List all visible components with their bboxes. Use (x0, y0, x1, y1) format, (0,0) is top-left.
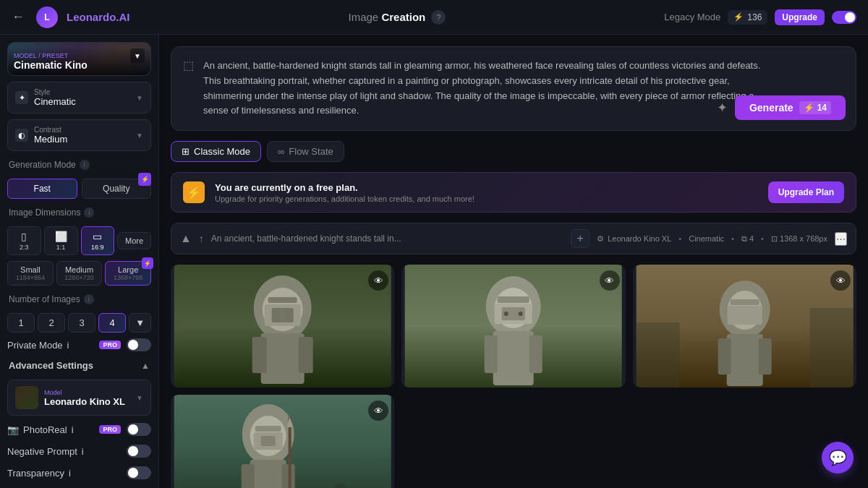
expand-gen-button[interactable]: ▲ (180, 232, 192, 245)
gen-row-dot-1: • (678, 234, 681, 243)
prompt-actions: ✦ Generate ⚡ 14 (717, 95, 846, 120)
num-1-button[interactable]: 1 (7, 313, 35, 333)
back-button[interactable]: ← (12, 9, 25, 25)
dim-2-3-button[interactable]: ▯ 2:3 (7, 226, 41, 255)
svg-rect-3 (252, 337, 267, 373)
svg-rect-27 (718, 338, 731, 374)
contrast-label: Contrast (34, 126, 67, 134)
contrast-icon: ◐ (15, 129, 28, 142)
photoreal-pro-badge: PRO (99, 425, 121, 434)
gen-row-dot-3: • (761, 234, 764, 243)
prompt-icon: ⬚ (183, 59, 194, 72)
generation-row: ▲ ↑ An ancient, battle-hardened knight s… (171, 223, 856, 254)
svg-rect-36 (250, 460, 286, 488)
contrast-chevron-icon: ▼ (136, 132, 143, 140)
photoreal-label-group: 📷 PhotoReal i (7, 424, 74, 435)
svg-rect-37 (242, 464, 255, 488)
page-title: Image Creation (349, 11, 426, 23)
dim-more-button[interactable]: More (117, 232, 151, 249)
legacy-mode-toggle[interactable] (832, 11, 856, 24)
dim-16-9-icon: ▭ (85, 231, 111, 242)
svg-rect-17 (498, 296, 529, 303)
topnav-right: Legacy Mode ⚡ 136 Upgrade (664, 9, 856, 25)
size-small-button[interactable]: Small 1184×864 (7, 261, 54, 286)
gen-add-button[interactable]: + (571, 229, 590, 248)
dim-16-9-button[interactable]: ▭ 16:9 (81, 226, 115, 255)
model-chevron-icon: ▼ (136, 394, 143, 402)
negative-prompt-info-icon: i (82, 446, 84, 457)
svg-rect-28 (758, 338, 771, 374)
negative-prompt-toggle[interactable] (127, 445, 151, 458)
help-icon[interactable]: ? (431, 10, 446, 25)
classic-mode-tab[interactable]: ⊞ Classic Mode (171, 141, 261, 162)
num-more-button[interactable]: ▼ (129, 313, 151, 333)
size-large-button[interactable]: Large 1368×768 ⚡ (105, 261, 151, 286)
private-mode-info-icon: i (67, 340, 69, 351)
model-selector[interactable]: Model Leonardo Kino XL ▼ (7, 380, 151, 416)
gen-upload-button[interactable]: ↑ (199, 233, 204, 244)
image-cell-1[interactable]: 👁 (171, 265, 394, 388)
num-4-button[interactable]: 4 (98, 313, 126, 333)
svg-rect-31 (727, 306, 762, 325)
classic-mode-icon: ⊞ (182, 146, 190, 157)
mode-tabs: ⊞ Classic Mode ∞ Flow State (171, 141, 856, 162)
fast-mode-button[interactable]: Fast (7, 179, 77, 199)
gen-row-model: ⚙ Leonardo Kino XL (597, 234, 671, 244)
chat-fab-button[interactable]: 💬 (822, 442, 854, 474)
num-2-button[interactable]: 2 (38, 313, 65, 333)
warning-icon: ⚡ (183, 181, 205, 203)
photoreal-toggle[interactable] (127, 423, 151, 436)
enhance-prompt-button[interactable]: ✦ (717, 100, 728, 116)
contrast-selector[interactable]: ◐ Contrast Medium ▼ (7, 119, 151, 151)
svg-rect-23 (636, 322, 679, 388)
size-icon: ⊡ (771, 234, 778, 244)
transparency-toggle[interactable] (127, 466, 151, 479)
advanced-chevron-icon: ▲ (141, 361, 150, 371)
image-cell-4[interactable]: 👁 (171, 395, 394, 488)
negative-prompt-label-group: Negative Prompt i (7, 446, 84, 457)
svg-rect-42 (255, 426, 281, 432)
style-selector[interactable]: ✦ Style Cinematic ▼ (7, 82, 151, 114)
generate-credit-badge: ⚡ 14 (799, 101, 831, 114)
gen-row-prompt: An ancient, battle-hardened knight stand… (211, 234, 563, 244)
dim-1-1-icon: ⬜ (48, 231, 75, 242)
banner-text: You are currently on a free plan. Upgrad… (215, 182, 758, 203)
advanced-settings-header[interactable]: Advanced Settings ▲ (7, 357, 151, 374)
model-name: Leonardo Kino XL (44, 396, 130, 407)
image-dimensions-info-icon: i (84, 207, 94, 218)
private-mode-toggle[interactable] (127, 338, 151, 351)
private-mode-label: Private Mode (7, 340, 63, 351)
dim-1-1-button[interactable]: ⬜ 1:1 (44, 226, 78, 255)
preset-card[interactable]: Model / Preset Cinematic Kino ▼ (7, 42, 151, 76)
upgrade-plan-button[interactable]: Upgrade Plan (768, 181, 844, 203)
size-buttons: Small 1184×864 Medium 1280×720 Large 136… (7, 261, 151, 286)
flow-state-tab[interactable]: ∞ Flow State (267, 141, 344, 162)
flow-state-icon: ∞ (278, 146, 284, 157)
private-pro-badge: PRO (99, 341, 121, 349)
negative-prompt-row: Negative Prompt i (7, 443, 151, 459)
gen-row-count: ⧉ 4 (741, 234, 754, 244)
main-content: ⬚ An ancient, battle-hardened knight sta… (159, 35, 868, 488)
num-3-button[interactable]: 3 (68, 313, 95, 333)
image-dimensions-header: Image Dimensions i (7, 205, 151, 221)
image-3-view-button[interactable]: 👁 (830, 270, 851, 291)
image-cell-3[interactable]: 👁 (633, 265, 856, 388)
private-mode-row: Private Mode i PRO (7, 338, 151, 351)
avatar: L (36, 7, 58, 28)
generate-button[interactable]: Generate ⚡ 14 (735, 95, 846, 120)
model-thumbnail (15, 386, 38, 409)
num-images-row: 1 2 3 4 ▼ (7, 313, 151, 333)
svg-rect-14 (485, 335, 498, 373)
gen-row-dot-2: • (731, 234, 734, 243)
transparency-info-icon: i (69, 468, 71, 479)
svg-rect-4 (299, 337, 313, 373)
upgrade-header-button[interactable]: Upgrade (775, 9, 825, 25)
gen-row-more-button[interactable]: ⋯ (835, 232, 847, 246)
image-cell-2[interactable]: 👁 (401, 265, 625, 388)
token-badge: ⚡ 136 (728, 10, 767, 25)
size-medium-button[interactable]: Medium 1280×720 (56, 261, 103, 286)
model-icon: ⚙ (597, 234, 604, 244)
image-2-view-button[interactable]: 👁 (600, 270, 620, 291)
upgrade-banner: ⚡ You are currently on a free plan. Upgr… (171, 172, 856, 213)
gen-mode-info-icon: i (80, 160, 90, 170)
